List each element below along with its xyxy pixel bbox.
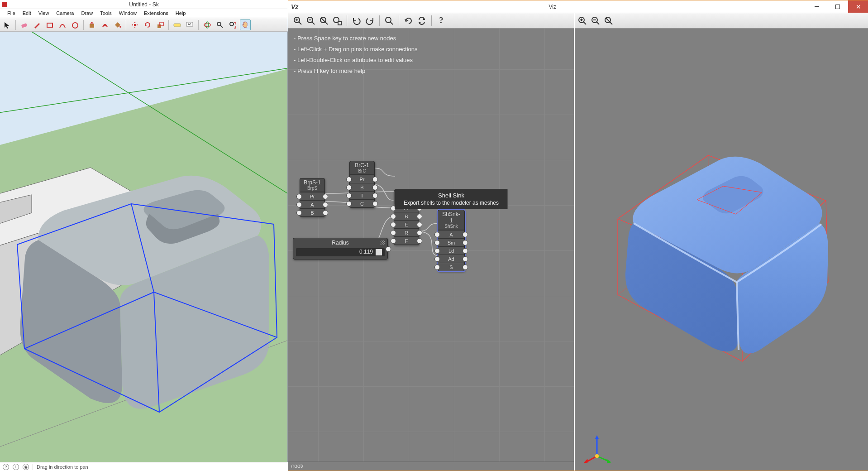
menu-edit[interactable]: Edit: [19, 9, 35, 18]
attr-b[interactable]: B: [394, 212, 419, 220]
node-canvas[interactable]: - Press Space key to create new nodes - …: [288, 29, 574, 461]
node-shsnk[interactable]: ShSnk-1 ShSnk A Sm Ld Ad S: [438, 210, 465, 271]
attr-ad[interactable]: Ad: [438, 255, 464, 263]
rotate-tool[interactable]: [142, 19, 153, 30]
attr-r[interactable]: R: [394, 228, 419, 236]
arc-tool[interactable]: [57, 19, 68, 30]
menu-window[interactable]: Window: [115, 9, 140, 18]
node-brc[interactable]: BrC-1 BrC Pr B T C: [349, 161, 375, 208]
attr-f[interactable]: F: [394, 236, 419, 245]
select-tool[interactable]: [2, 19, 13, 30]
hint-line: - Left-Double-Click on attributes to edi…: [294, 55, 418, 66]
paintbucket-tool[interactable]: [112, 19, 123, 30]
preview-zoom-reset-button[interactable]: [603, 15, 615, 27]
svg-rect-8: [174, 24, 181, 27]
svg-line-38: [583, 22, 586, 24]
attr-t[interactable]: T: [350, 191, 374, 199]
hint-line: - Press H key for more help: [294, 66, 418, 77]
info-icon[interactable]: ?: [3, 464, 9, 470]
slider-output-pin[interactable]: [386, 246, 391, 252]
attr-e[interactable]: E: [394, 220, 419, 228]
zoom-tool[interactable]: [215, 19, 225, 30]
attr-s[interactable]: S: [438, 263, 464, 271]
zoom-reset-button[interactable]: [318, 15, 330, 27]
offset-tool[interactable]: [100, 19, 110, 30]
hint-line: - Press Space key to create new nodes: [294, 33, 418, 44]
preview-zoom-in-button[interactable]: [577, 15, 588, 27]
preview-zoom-out-button[interactable]: [590, 15, 601, 27]
attr-b[interactable]: B: [350, 183, 374, 191]
move-tool[interactable]: [129, 19, 140, 30]
pencil-tool[interactable]: [32, 19, 43, 30]
window-minimize-button[interactable]: [806, 0, 827, 13]
statusbar: ? i ◉ Drag in direction to pan: [0, 462, 288, 471]
attr-ld[interactable]: Ld: [438, 246, 464, 255]
attr-b[interactable]: B: [300, 208, 324, 216]
pan-tool[interactable]: [240, 19, 251, 30]
axis-gizmo[interactable]: [581, 433, 613, 464]
node-title: ShSnk-1: [438, 210, 464, 224]
help-button[interactable]: ?: [435, 15, 447, 27]
svg-point-2: [72, 23, 78, 28]
redo-button[interactable]: [364, 15, 376, 27]
sketchup-viewport[interactable]: [0, 32, 288, 462]
attr-a[interactable]: A: [300, 200, 324, 208]
zoom-fit-button[interactable]: [331, 15, 343, 27]
svg-line-46: [606, 18, 610, 22]
attr-a[interactable]: A: [438, 230, 464, 238]
grip-icon[interactable]: [380, 240, 385, 245]
viz-titlebar[interactable]: Vz Viz ✕: [288, 0, 868, 13]
text-tool[interactable]: A1: [185, 19, 196, 30]
attr-c[interactable]: C: [350, 199, 374, 207]
menu-draw[interactable]: Draw: [77, 9, 96, 18]
svg-marker-49: [595, 435, 599, 439]
menu-extensions[interactable]: Extensions: [140, 9, 172, 18]
tooltip: Shell Sink Export shells to the modeler …: [395, 189, 508, 209]
circle-tool[interactable]: [70, 19, 81, 30]
help-icon[interactable]: i: [13, 464, 19, 470]
attr-pr[interactable]: Pr: [350, 175, 374, 183]
svg-rect-6: [157, 24, 161, 28]
svg-marker-16: [0, 32, 288, 145]
menu-file[interactable]: File: [4, 9, 19, 18]
attr-sm[interactable]: Sm: [438, 238, 464, 246]
svg-point-11: [204, 23, 210, 27]
preview-viewport[interactable]: [575, 29, 868, 471]
menu-tools[interactable]: Tools: [96, 9, 115, 18]
node-type: BrpS: [300, 186, 324, 192]
menu-view[interactable]: View: [35, 9, 53, 18]
eraser-tool[interactable]: [19, 19, 30, 30]
attr-pr[interactable]: Pr: [300, 192, 324, 200]
tape-tool[interactable]: [172, 19, 183, 30]
person-icon[interactable]: ◉: [23, 464, 29, 470]
menu-help[interactable]: Help: [172, 9, 190, 18]
menubar: File Edit View Camera Draw Tools Window …: [0, 9, 288, 18]
node-path[interactable]: /root/: [288, 461, 574, 471]
pushpull-tool[interactable]: [87, 19, 98, 30]
auto-refresh-button[interactable]: [416, 15, 428, 27]
refresh-button[interactable]: [403, 15, 415, 27]
svg-point-13: [217, 22, 221, 26]
svg-line-14: [220, 25, 223, 28]
slider-track[interactable]: 0.119: [296, 248, 385, 256]
node-title: BrpS-1: [300, 178, 324, 186]
node-radius-slider[interactable]: Radius 0.119: [293, 238, 388, 260]
window-maximize-button[interactable]: [827, 0, 848, 13]
menu-camera[interactable]: Camera: [52, 9, 77, 18]
tooltip-desc: Export shells to the modeler as meshes: [401, 200, 502, 206]
undo-button[interactable]: [351, 15, 362, 27]
sketchup-titlebar: Untitled - Sk: [0, 0, 288, 9]
zoom-out-button[interactable]: [305, 15, 317, 27]
scale-tool[interactable]: [155, 19, 166, 30]
zoomext-tool[interactable]: [227, 19, 238, 30]
rectangle-tool[interactable]: [44, 19, 55, 30]
window-close-button[interactable]: ✕: [848, 0, 868, 13]
orbit-tool[interactable]: [202, 19, 213, 30]
node-title: BrC-1: [350, 161, 374, 168]
node-brps[interactable]: BrpS-1 BrpS Pr A B: [300, 178, 325, 217]
search-button[interactable]: [383, 15, 395, 27]
zoom-in-button[interactable]: [292, 15, 304, 27]
slider-thumb[interactable]: [376, 249, 382, 255]
node-toolbar: ?: [288, 13, 574, 29]
node-type: ShSnk: [438, 224, 464, 230]
